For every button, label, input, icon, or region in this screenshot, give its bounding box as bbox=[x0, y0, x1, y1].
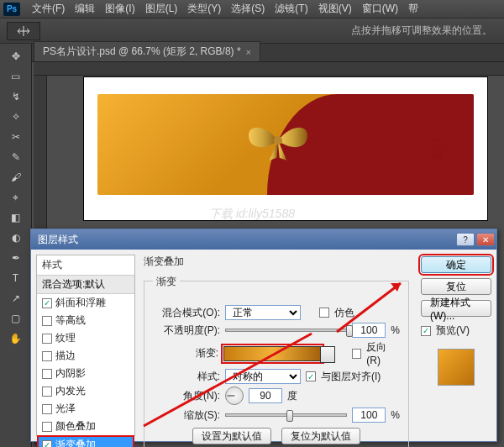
preview-swatch bbox=[438, 349, 475, 386]
gradient-group: 渐变 混合模式(O): 正常 仿色 不透明度(P): 100 % 渐变: bbox=[144, 281, 409, 447]
checkbox-icon[interactable] bbox=[42, 351, 52, 361]
style-texture[interactable]: 纹理 bbox=[37, 329, 134, 347]
document-tab-label: PS名片设计.psd @ 66.7% (矩形 2, RGB/8) * bbox=[43, 45, 241, 59]
settings-pane: 渐变叠加 渐变 混合模式(O): 正常 仿色 不透明度(P): 100 % bbox=[135, 250, 416, 441]
ruler-horizontal bbox=[34, 62, 504, 76]
style-label: 光泽 bbox=[55, 402, 76, 416]
document-tabs: PS名片设计.psd @ 66.7% (矩形 2, RGB/8) * × bbox=[0, 44, 504, 62]
style-label: 颜色叠加 bbox=[55, 419, 96, 434]
style-inner-glow[interactable]: 内发光 bbox=[37, 382, 134, 400]
style-stroke[interactable]: 描边 bbox=[37, 347, 134, 365]
angle-dial[interactable] bbox=[225, 387, 244, 405]
blend-options-row[interactable]: 混合选项:默认 bbox=[37, 275, 134, 294]
style-satin[interactable]: 光泽 bbox=[37, 400, 134, 418]
move-tool-icon[interactable]: ✥ bbox=[4, 47, 28, 66]
blend-mode-label: 混合模式(O): bbox=[153, 306, 220, 320]
char-2: 面 bbox=[432, 149, 491, 159]
set-default-button[interactable]: 设置为默认值 bbox=[192, 428, 271, 444]
wand-tool-icon[interactable]: ✧ bbox=[4, 108, 28, 126]
menu-view[interactable]: 视图(V) bbox=[313, 2, 357, 16]
shape-tool-icon[interactable]: ▢ bbox=[4, 309, 28, 328]
dither-checkbox[interactable] bbox=[319, 308, 329, 318]
app-logo: Ps bbox=[3, 3, 20, 16]
path-tool-icon[interactable]: ↗ bbox=[4, 289, 28, 308]
menu-file[interactable]: 文件(F) bbox=[27, 2, 70, 16]
checkbox-icon[interactable] bbox=[42, 422, 52, 432]
stamp-tool-icon[interactable]: ⌖ bbox=[4, 188, 28, 207]
menu-layer[interactable]: 图层(L) bbox=[140, 2, 183, 16]
style-contour[interactable]: 等高线 bbox=[37, 312, 134, 329]
new-style-button[interactable]: 新建样式(W)... bbox=[421, 300, 491, 317]
style-bevel[interactable]: ✓斜面和浮雕 bbox=[37, 294, 134, 312]
opacity-value[interactable]: 100 bbox=[352, 323, 386, 338]
checkbox-icon[interactable] bbox=[42, 334, 52, 344]
scale-slider[interactable] bbox=[225, 413, 347, 417]
layer-style-dialog: 图层样式 ? ✕ 样式 混合选项:默认 ✓斜面和浮雕 等高线 纹理 描边 内阴影… bbox=[30, 229, 497, 442]
style-gradient-overlay[interactable]: ✓渐变叠加 bbox=[37, 435, 134, 447]
cancel-button[interactable]: 复位 bbox=[421, 278, 491, 295]
styles-list: 样式 混合选项:默认 ✓斜面和浮雕 等高线 纹理 描边 内阴影 内发光 光泽 颜… bbox=[36, 255, 135, 436]
gradient-label: 渐变: bbox=[153, 346, 218, 360]
scale-value[interactable]: 100 bbox=[352, 408, 386, 423]
checkbox-icon[interactable]: ✓ bbox=[42, 298, 52, 308]
dither-label: 仿色 bbox=[334, 306, 354, 320]
lasso-tool-icon[interactable]: ↯ bbox=[4, 87, 28, 106]
eyedropper-tool-icon[interactable]: ✎ bbox=[4, 148, 28, 166]
style-color-overlay[interactable]: 颜色叠加 bbox=[37, 418, 134, 435]
checkbox-icon[interactable] bbox=[42, 369, 52, 379]
document-tab[interactable]: PS名片设计.psd @ 66.7% (矩形 2, RGB/8) * × bbox=[34, 41, 260, 61]
opacity-slider[interactable] bbox=[225, 329, 347, 332]
checkbox-icon[interactable] bbox=[42, 404, 52, 414]
checkbox-icon[interactable] bbox=[42, 316, 52, 326]
marquee-tool-icon[interactable]: ▭ bbox=[4, 67, 28, 86]
section-title: 渐变叠加 bbox=[144, 255, 409, 269]
opacity-label: 不透明度(P): bbox=[153, 323, 220, 338]
gradient-picker[interactable] bbox=[223, 346, 322, 361]
menu-select[interactable]: 选择(S) bbox=[226, 2, 270, 16]
type-tool-icon[interactable]: T bbox=[4, 269, 28, 287]
preview-checkbox[interactable]: ✓ bbox=[421, 326, 431, 336]
watermark-text: 下载 id:lily51588 bbox=[209, 207, 295, 222]
reverse-checkbox[interactable] bbox=[352, 349, 362, 359]
menu-window[interactable]: 窗口(W) bbox=[357, 2, 403, 16]
scale-label: 缩放(S): bbox=[153, 408, 220, 423]
blend-mode-select[interactable]: 正常 bbox=[225, 305, 301, 320]
menu-image[interactable]: 图像(I) bbox=[100, 2, 139, 16]
checkbox-icon[interactable] bbox=[42, 387, 52, 397]
brush-tool-icon[interactable]: 🖌 bbox=[4, 168, 28, 187]
align-checkbox[interactable]: ✓ bbox=[306, 371, 316, 381]
align-label: 与图层对齐(I) bbox=[321, 370, 381, 384]
style-inner-shadow[interactable]: 内阴影 bbox=[37, 365, 134, 382]
chevron-down-icon bbox=[324, 351, 331, 355]
dialog-titlebar[interactable]: 图层样式 ? ✕ bbox=[31, 229, 496, 250]
card-background bbox=[97, 94, 474, 195]
help-button[interactable]: ? bbox=[456, 233, 475, 246]
document-canvas[interactable]: 正 面 bbox=[84, 77, 487, 220]
bow-graphic bbox=[242, 117, 314, 164]
style-label: 纹理 bbox=[55, 331, 76, 345]
checkbox-icon[interactable]: ✓ bbox=[42, 440, 52, 448]
style-label: 样式: bbox=[153, 370, 220, 384]
menu-help[interactable]: 帮 bbox=[403, 2, 423, 16]
tool-preset[interactable] bbox=[7, 22, 40, 40]
close-button[interactable]: ✕ bbox=[476, 233, 495, 246]
card-side-text: 正 面 bbox=[432, 81, 491, 217]
preview-label: 预览(V) bbox=[436, 323, 470, 338]
crop-tool-icon[interactable]: ✂ bbox=[4, 128, 28, 146]
svg-point-0 bbox=[274, 136, 282, 145]
style-label: 渐变叠加 bbox=[55, 438, 96, 447]
menu-filter[interactable]: 滤镜(T) bbox=[270, 2, 312, 16]
angle-value[interactable]: 90 bbox=[249, 388, 282, 403]
gradient-style-select[interactable]: 对称的 bbox=[225, 369, 301, 384]
close-icon[interactable]: × bbox=[246, 47, 251, 57]
gradient-tool-icon[interactable]: ◐ bbox=[4, 229, 28, 247]
style-label: 描边 bbox=[55, 349, 76, 363]
hand-tool-icon[interactable]: ✋ bbox=[4, 329, 28, 348]
dialog-title: 图层样式 bbox=[38, 233, 78, 247]
eraser-tool-icon[interactable]: ◧ bbox=[4, 208, 28, 227]
menu-type[interactable]: 类型(Y) bbox=[182, 2, 226, 16]
menu-edit[interactable]: 编辑 bbox=[70, 2, 100, 16]
pen-tool-icon[interactable]: ✒ bbox=[4, 249, 28, 267]
ok-button[interactable]: 确定 bbox=[421, 256, 491, 273]
reset-default-button[interactable]: 复位为默认值 bbox=[281, 428, 360, 444]
